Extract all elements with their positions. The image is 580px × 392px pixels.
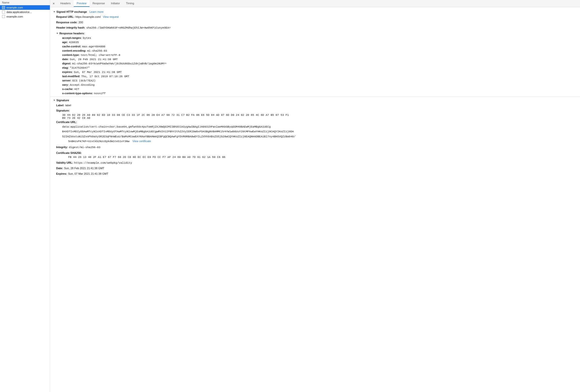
- header-name: age:: [62, 41, 68, 44]
- validity-url-value: https://example.com/webpkg/validity: [74, 161, 132, 165]
- expires-row: Expires: Sun, 07 Mar 2021 21:41:38 GMT: [50, 171, 580, 177]
- header-value: 428635: [69, 41, 79, 44]
- cert-sha256-row: Certificate SHA256: FB 44 26 13 48 2F A1…: [50, 150, 580, 160]
- cert-url-label: Certificate URL:: [56, 120, 77, 125]
- header-value: Sun, 07 Mar 2021 21:41:38 GMT: [74, 71, 122, 74]
- tab-initiator[interactable]: Initiator: [108, 0, 123, 7]
- response-code-label: Response code:: [56, 20, 77, 25]
- cert-url-value-line3: 52IHZXAxtuNiSZvoPk0aXySR2ESqFNnWEuU/BaMs…: [56, 134, 296, 139]
- sig-label-name: Label:: [56, 103, 64, 108]
- tab-close-button[interactable]: ×: [50, 0, 57, 7]
- signature-label: Signature: [56, 99, 69, 102]
- sidebar-item-label: data:application/ce...: [7, 11, 32, 14]
- header-name: date:: [62, 58, 69, 61]
- integrity-row: Integrity: digest/mi-sha256-03: [50, 145, 580, 150]
- tabs-bar: × Headers Preview Response Initiator Tim…: [50, 0, 580, 7]
- header-row: date:Sun, 28 Feb 2021 21:41:38 GMT: [56, 57, 580, 61]
- header-row: last-modified:Thu, 17 Oct 2019 07:18:26 …: [56, 74, 580, 78]
- header-value: "3147526947": [70, 66, 89, 69]
- signature-triangle-icon: ▼: [53, 99, 55, 102]
- header-name: x-cache:: [62, 87, 73, 90]
- header-value: text/html; charset=UTF-8: [81, 54, 120, 57]
- sidebar-item-data-application[interactable]: data:application/ce...: [0, 10, 50, 14]
- sidebar-item-example-com-main[interactable]: example.com: [0, 5, 50, 10]
- header-name: server:: [62, 79, 71, 82]
- collapse-triangle-icon: ▼: [53, 11, 55, 13]
- header-row: etag:"3147526947": [56, 66, 580, 70]
- sidebar-item-label: example.com: [7, 15, 23, 18]
- header-value: max-age=604800: [82, 45, 105, 48]
- sig-label-value: label: [65, 103, 71, 108]
- view-certificate-link[interactable]: View certificate: [132, 139, 151, 144]
- cert-url-value-line1: data:application/cert-chain+cbor;base64,…: [56, 125, 271, 130]
- header-value: Thu, 17 Oct 2019 07:18:26 GMT: [81, 75, 129, 78]
- sidebar-item-example-com-2[interactable]: example.com: [0, 14, 50, 19]
- header-name: content-encoding:: [62, 49, 86, 52]
- request-url-row: Request URL: https://example.com/ View r…: [50, 14, 580, 20]
- header-name: digest:: [62, 62, 71, 65]
- header-name: vary:: [62, 83, 69, 86]
- sidebar-item-label: example.com: [7, 6, 23, 9]
- header-row: expires:Sun, 07 Mar 2021 21:41:38 GMT: [56, 70, 580, 74]
- header-row: content-encoding:mi-sha256-03: [56, 49, 580, 53]
- signature-section-header[interactable]: ▼ Signature: [50, 98, 580, 103]
- header-name: x-content-type-options:: [62, 92, 93, 95]
- validity-url-row: Validity URL: https://example.com/webpkg…: [50, 160, 580, 166]
- signature-hex-row: Signature:: [50, 108, 580, 114]
- section-divider: [50, 96, 580, 97]
- date-value: Sun, 28 Feb 2021 21:41:38 GMT: [64, 166, 105, 171]
- header-name: last-modified:: [62, 75, 80, 78]
- file-icon: [2, 11, 5, 14]
- header-name: expires:: [62, 70, 73, 73]
- header-integrity-value: sha256-/IWdYDKW663F+eRGZMdhwjEhIJW+Hw6hK…: [86, 26, 171, 30]
- header-value: Sun, 28 Feb 2021 21:41:38 GMT: [70, 58, 118, 61]
- header-name: accept-ranges:: [62, 36, 82, 39]
- signed-http-exchange-section: ▼ Signed HTTP exchange Learn more Reques…: [50, 9, 580, 95]
- integrity-value: digest/mi-sha256-03: [69, 145, 100, 150]
- signed-http-exchange-label: Signed HTTP exchange: [56, 10, 87, 13]
- response-headers-subheader[interactable]: ▼ Response headers:: [50, 31, 580, 36]
- date-row: Date: Sun, 28 Feb 2021 21:41:38 GMT: [50, 166, 580, 171]
- request-url-value: https://example.com/: [75, 15, 101, 19]
- signature-hex-label: Signature:: [56, 109, 70, 113]
- integrity-label: Integrity:: [56, 145, 68, 150]
- header-row: age:428635: [56, 40, 580, 44]
- header-row: server:ECS (dcb/7EA2): [56, 78, 580, 83]
- header-value: mi-sha256-03=kcwVP6aOwYmA/j9JbUU0GbuiZdn…: [72, 62, 166, 65]
- cert-sha256-value: FB 44 26 13 48 2F A1 E7 67 F7 68 2D C0 8…: [56, 155, 225, 160]
- cert-url-row: Certificate URL: data:application/cert-c…: [50, 120, 580, 145]
- header-value: nosniff: [94, 92, 106, 95]
- signature-hex-line2: B9 73 2E 42 C0 A0: [50, 117, 580, 120]
- signed-http-exchange-header[interactable]: ▼ Signed HTTP exchange Learn more: [50, 9, 580, 14]
- header-row: accept-ranges:bytes: [56, 36, 580, 40]
- cert-sha256-label: Certificate SHA256:: [56, 151, 82, 155]
- tab-response[interactable]: Response: [89, 0, 108, 7]
- expires-label: Expires:: [56, 172, 67, 176]
- view-request-link[interactable]: View request: [103, 15, 119, 19]
- validity-url-label: Validity URL:: [56, 161, 73, 165]
- learn-more-link[interactable]: Learn more: [89, 10, 104, 13]
- response-code-row: Response code: 200: [50, 20, 580, 25]
- sidebar-header: Name: [0, 0, 50, 5]
- file-icon: [2, 15, 5, 18]
- sidebar: Name example.com data:application/ce... …: [0, 0, 50, 392]
- response-headers-label: Response headers:: [59, 32, 85, 35]
- response-headers-triangle-icon: ▼: [56, 32, 58, 35]
- response-headers-list: accept-ranges:bytesage:428635cache-contr…: [50, 36, 580, 95]
- header-value: Accept-Encoding: [70, 83, 94, 86]
- cert-url-value-line2: B4XDTIxMDIyODAwMTcyNloXDTIxMDUyOTAwMTcyN…: [56, 129, 294, 134]
- tab-preview[interactable]: Preview: [74, 0, 89, 7]
- cert-url-value-line4: 5nBHzvFK7KF+Vzxtkb2NzcEpkdW1teS1vY3Nw: [68, 139, 129, 144]
- header-value: ECS (dcb/7EA2): [72, 79, 95, 82]
- tab-headers[interactable]: Headers: [57, 0, 74, 7]
- header-row: x-cache:HIT: [56, 87, 580, 91]
- header-row: vary:Accept-Encoding: [56, 83, 580, 87]
- header-row: x-content-type-options:nosniff: [56, 91, 580, 95]
- header-integrity-label: Header integrity hash:: [56, 26, 85, 30]
- content-panel: ▼ Signed HTTP exchange Learn more Reques…: [50, 7, 580, 392]
- tab-timing[interactable]: Timing: [123, 0, 137, 7]
- request-url-label: Request URL:: [56, 15, 74, 19]
- header-name: content-type:: [62, 53, 80, 56]
- header-value: bytes: [83, 37, 91, 40]
- header-value: HIT: [74, 88, 79, 91]
